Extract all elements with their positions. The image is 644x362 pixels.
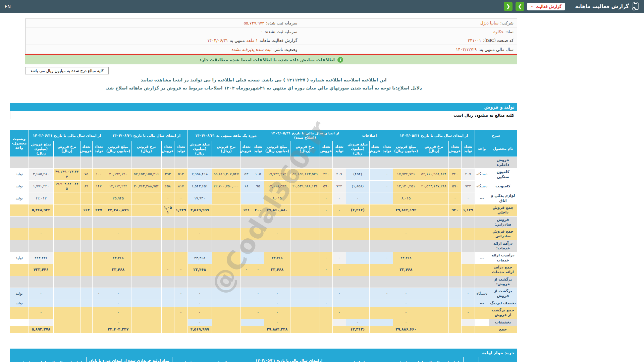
column-header: مبلغ فروش (میلیون ریال) <box>264 141 290 157</box>
data-cell <box>346 300 369 307</box>
data-cell <box>369 252 381 264</box>
info-label: شرکت: <box>500 20 514 25</box>
signature-match-banner: i اطلاعات نمایش داده شده با اطلاعات امضا… <box>25 54 517 64</box>
data-cell: ۰ <box>187 228 212 240</box>
row-label-cell: تخفیفات <box>489 319 517 326</box>
data-cell <box>161 240 174 252</box>
column-group-header: مواد اولیه خریداری شده از ابتدای دوره تا… <box>86 357 172 362</box>
data-cell: ۲۹,۸۸۴,۳۴۸ <box>264 326 290 333</box>
data-cell <box>419 228 449 240</box>
data-cell <box>240 216 252 228</box>
column-header: نرخ فروش (ریال) <box>290 141 320 157</box>
data-cell: ۰ <box>161 264 174 276</box>
data-cell <box>393 157 419 169</box>
data-cell <box>240 288 252 300</box>
data-cell <box>174 276 187 288</box>
data-cell <box>212 264 240 276</box>
sum-row: جمع۲۹,۸۸۶,۶۶۰(۲,۳۱۲)۲۹,۸۸۴,۳۴۸۴,۵۱۹,۹۹۹۳… <box>10 326 517 333</box>
row-label-cell: جمع <box>489 326 517 333</box>
data-cell <box>174 216 187 228</box>
section-row: درآمد ارائه خدمات: <box>10 240 517 252</box>
data-cell <box>131 192 161 204</box>
data-cell <box>332 157 346 169</box>
page-title: گزارش فعالیت ماهانه <box>575 3 629 9</box>
data-cell: دستگاه <box>475 288 489 300</box>
data-cell <box>187 157 212 169</box>
section-title: تولید و فروش <box>484 105 515 110</box>
column-group-header: شرح <box>479 357 517 362</box>
data-cell <box>381 307 393 319</box>
data-cell <box>369 240 381 252</box>
info-label: نماد: <box>505 29 514 34</box>
data-cell <box>53 252 80 264</box>
data-cell: ۰ <box>381 169 393 181</box>
column-header: تعداد فروش <box>161 141 174 157</box>
data-cell <box>332 326 346 333</box>
column-header: مبلغ فروش (میلیون ریال) <box>346 141 369 157</box>
report-type-dropdown[interactable]: گزارش فعالیت ▼ <box>527 3 565 10</box>
data-cell: ۰ <box>240 264 252 276</box>
column-group-header: وضعیت محصول-واحد <box>10 130 29 157</box>
section-row: فروش صادراتي: <box>10 216 517 228</box>
data-cell <box>419 264 449 276</box>
data-cell <box>252 216 264 228</box>
data-cell: --- <box>475 192 489 204</box>
info-label: گزارش فعالیت ماهانه <box>260 38 297 43</box>
data-cell <box>381 319 393 326</box>
data-cell <box>80 288 92 300</box>
data-cell: ۰ <box>187 307 212 319</box>
data-cell: ۰ <box>393 288 419 300</box>
table-row: لوازم یدکي و اتاق---۰۰۸,۰۱۵۰۰۰۸,۰۱۵۱۷,۹۳… <box>10 192 517 204</box>
column-group-header: از ابتدای سال مالی تا تاریخ ۱۴۰۴/۰۵/۳۱ <box>393 130 475 141</box>
info-row: سرمایه ثبت شده:۵۵,۷۲۷,۹۷۲ <box>26 19 301 27</box>
amounts-in-million-note: کلیه مبالغ به میلیون ریال است <box>10 111 517 119</box>
data-cell: ۰ <box>240 252 252 264</box>
data-cell <box>80 228 92 240</box>
data-cell <box>346 307 369 319</box>
data-cell: ۰ <box>346 192 369 204</box>
data-cell <box>105 157 131 169</box>
section-title: خرید مواد اولیه <box>482 350 515 355</box>
data-cell <box>10 228 29 240</box>
info-value: ثبت شده پذیرفته نشده <box>231 47 272 52</box>
data-cell <box>320 288 332 300</box>
data-cell <box>346 240 369 252</box>
data-cell <box>320 240 332 252</box>
language-switch-en[interactable]: EN <box>5 4 11 9</box>
data-cell <box>381 228 393 240</box>
previous-report-button[interactable]: ❮ <box>504 2 513 11</box>
data-cell: ۰ <box>105 319 131 326</box>
data-cell <box>346 252 369 264</box>
data-cell: ۰ <box>462 192 475 204</box>
data-cell: ۶۸ <box>240 180 252 192</box>
next-report-button[interactable]: ❯ <box>516 2 524 11</box>
data-cell <box>240 326 252 333</box>
data-cell: ۱۶۴ <box>80 204 92 217</box>
data-cell <box>92 264 105 276</box>
data-cell <box>53 204 80 217</box>
data-cell <box>381 192 393 204</box>
data-cell: ۴۰۷ <box>332 169 346 181</box>
data-cell: ۹۳۰ <box>449 204 462 217</box>
data-cell: ۴۹,۱۳۹,۰۷۳,۳۳۳ <box>53 169 80 181</box>
info-label: سال مالی منتهی به: <box>478 47 514 52</box>
table-row: کامیونتدستگاه۷۲۲۵۹۰۲۰,۵۴۳,۱۳۷,۲۸۸۱۲,۱۲۰,… <box>10 180 517 192</box>
data-cell <box>212 240 240 252</box>
data-cell <box>264 157 290 169</box>
info-value: ۱ ماهه <box>247 38 258 43</box>
column-group-header: اصلاحات <box>346 130 393 141</box>
data-cell <box>346 157 369 169</box>
data-cell <box>449 307 462 319</box>
table-row: برگشت از فروشدستگاه۰۰۰۰۰۰۰۰۰۰۰تولید <box>10 288 517 300</box>
column-header: مبلغ فروش (میلیون ریال) <box>105 141 131 157</box>
data-cell <box>419 216 449 228</box>
info-label: سرمایه ثبت نشده: <box>265 29 297 34</box>
data-cell <box>332 300 346 307</box>
data-cell: ۰ <box>174 307 187 319</box>
column-header: نرخ فروش (ریال) <box>131 141 161 157</box>
section-header-raw-material-purchase: خرید مواد اولیه <box>10 349 517 357</box>
data-cell: ۰ <box>320 204 332 217</box>
previous-version-link[interactable]: اینجا <box>173 77 182 82</box>
million-note-wrap: کلیه مبالغ درج شده به میلیون ریال می باش… <box>25 67 517 74</box>
data-cell <box>212 216 240 228</box>
